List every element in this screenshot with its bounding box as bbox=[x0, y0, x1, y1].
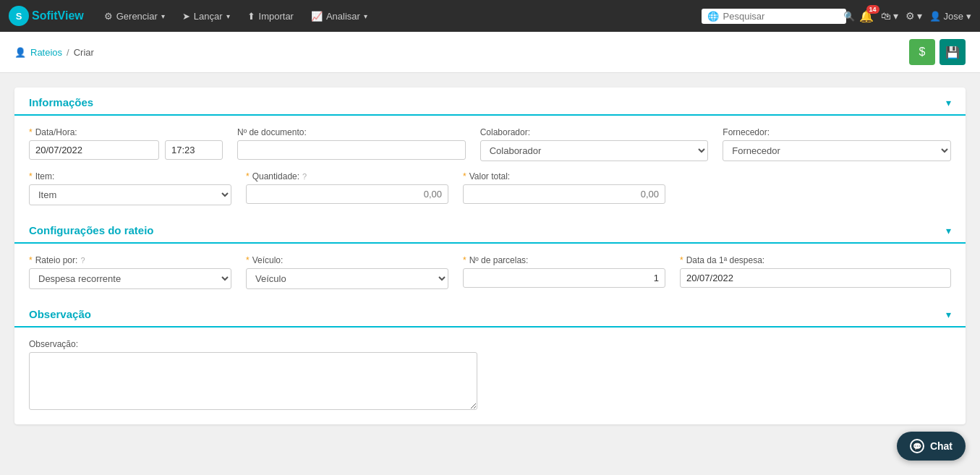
chart-icon: 📈 bbox=[311, 11, 323, 22]
veiculo-select[interactable]: Veículo bbox=[246, 268, 448, 289]
fornecedor-select[interactable]: Fornecedor bbox=[723, 140, 951, 161]
colaborador-select[interactable]: Colaborador bbox=[480, 140, 709, 161]
help-icon[interactable]: ? bbox=[302, 172, 307, 181]
configuracoes-section-header: Configurações do rateio ▾ bbox=[14, 215, 966, 244]
configuracoes-toggle[interactable]: ▾ bbox=[946, 225, 951, 236]
dollar-button[interactable]: $ bbox=[909, 39, 935, 65]
data-primeira-group: * Data da 1ª despesa: bbox=[680, 255, 951, 288]
rateio-por-label: * Rateio por: ? bbox=[29, 255, 231, 265]
valor-total-label: * Valor total: bbox=[463, 171, 665, 181]
search-icon[interactable]: 🔍 bbox=[843, 11, 855, 22]
chevron-down-icon: ▾ bbox=[893, 10, 898, 22]
nav-actions: 🔔 14 🛍 ▾ ⚙ ▾ 👤 Jose ▾ bbox=[859, 9, 971, 23]
rateio-por-group: * Rateio por: ? Despesa recorrente bbox=[29, 255, 231, 289]
informacoes-toggle[interactable]: ▾ bbox=[946, 97, 951, 108]
toolbar-actions: $ 💾 bbox=[909, 39, 966, 65]
data-input[interactable] bbox=[29, 140, 159, 160]
gear-icon: ⚙ bbox=[104, 11, 113, 22]
rateio-por-select[interactable]: Despesa recorrente bbox=[29, 268, 231, 289]
globe-icon: 🌐 bbox=[707, 11, 719, 22]
informacoes-row2: * Item: Item * Quantidade: ? bbox=[29, 171, 951, 205]
observacao-textarea[interactable] bbox=[29, 352, 477, 410]
chevron-down-icon: ▾ bbox=[917, 10, 922, 22]
valor-total-group: * Valor total: bbox=[463, 171, 665, 204]
data-hora-group: * Data/Hora: bbox=[29, 127, 223, 160]
chat-bubble-icon: 💬 bbox=[910, 439, 924, 453]
user-icon: 👤 bbox=[929, 11, 941, 22]
shopping-bag-button[interactable]: 🛍 ▾ bbox=[881, 10, 898, 22]
notifications-bell[interactable]: 🔔 14 bbox=[859, 9, 874, 23]
data-primeira-input[interactable] bbox=[680, 268, 951, 288]
configuracoes-form: * Rateio por: ? Despesa recorrente * Veí… bbox=[14, 244, 966, 289]
item-label: * Item: bbox=[29, 171, 231, 181]
observacao-section-header: Observação ▾ bbox=[14, 299, 966, 328]
colaborador-group: Colaborador: Colaborador bbox=[480, 127, 709, 161]
brand-icon: S bbox=[9, 6, 29, 26]
veiculo-label: * Veículo: bbox=[246, 255, 448, 265]
quantidade-input[interactable] bbox=[246, 184, 448, 204]
observacao-label: Observação: bbox=[29, 339, 477, 349]
chat-button[interactable]: 💬 Chat bbox=[897, 432, 966, 453]
chat-label: Chat bbox=[930, 440, 953, 452]
hora-input[interactable] bbox=[165, 140, 223, 160]
breadcrumb-current: Criar bbox=[74, 47, 94, 58]
informacoes-form: * Data/Hora: Nº de documento: bbox=[14, 116, 966, 205]
arrow-icon: ➤ bbox=[182, 11, 190, 22]
breadcrumb-bar: 👤 Rateios / Criar $ 💾 bbox=[0, 32, 980, 73]
data-hora-label: * Data/Hora: bbox=[29, 127, 223, 137]
settings-button[interactable]: ⚙ ▾ bbox=[906, 10, 922, 22]
breadcrumb-separator: / bbox=[67, 47, 69, 58]
user-menu[interactable]: 👤 Jose ▾ bbox=[929, 11, 971, 22]
nr-documento-group: Nº de documento: bbox=[237, 127, 466, 160]
nav-gerenciar[interactable]: ⚙ Gerenciar ▾ bbox=[97, 7, 172, 26]
help-icon[interactable]: ? bbox=[80, 256, 85, 265]
observacao-group: Observação: bbox=[29, 339, 477, 410]
item-group: * Item: Item bbox=[29, 171, 231, 205]
veiculo-group: * Veículo: Veículo bbox=[246, 255, 448, 289]
nr-documento-input[interactable] bbox=[237, 140, 466, 160]
form-card: Informações ▾ * Data/Hora: bbox=[14, 87, 966, 424]
configuracoes-title: Configurações do rateio bbox=[29, 224, 154, 236]
brand-name: SofitView bbox=[32, 9, 84, 22]
nav-analisar[interactable]: 📈 Analisar ▾ bbox=[304, 7, 375, 26]
search-bar: 🌐 🔍 bbox=[702, 9, 846, 24]
observacao-form: Observação: bbox=[14, 328, 966, 410]
user-icon-small: 👤 bbox=[14, 47, 26, 58]
main-content: Informações ▾ * Data/Hora: bbox=[0, 73, 980, 453]
chevron-down-icon: ▾ bbox=[226, 12, 230, 20]
item-select[interactable]: Item bbox=[29, 184, 231, 205]
search-input[interactable] bbox=[723, 11, 839, 22]
fornecedor-group: Fornecedor: Fornecedor bbox=[723, 127, 951, 161]
configuracoes-row1: * Rateio por: ? Despesa recorrente * Veí… bbox=[29, 255, 951, 289]
colaborador-label: Colaborador: bbox=[480, 127, 709, 137]
chevron-down-icon: ▾ bbox=[161, 12, 165, 20]
fornecedor-label: Fornecedor: bbox=[723, 127, 951, 137]
observacao-title: Observação bbox=[29, 308, 91, 320]
quantidade-label: * Quantidade: ? bbox=[246, 171, 448, 181]
nr-documento-label: Nº de documento: bbox=[237, 127, 466, 137]
data-hora-inputs bbox=[29, 140, 223, 160]
notifications-badge: 14 bbox=[866, 5, 879, 14]
breadcrumb-link[interactable]: Rateios bbox=[30, 47, 62, 58]
save-button[interactable]: 💾 bbox=[939, 39, 966, 65]
chevron-down-icon: ▾ bbox=[364, 12, 367, 20]
nr-parcelas-label: * Nº de parcelas: bbox=[463, 255, 665, 265]
observacao-toggle[interactable]: ▾ bbox=[946, 309, 951, 320]
nr-parcelas-input[interactable] bbox=[463, 268, 665, 288]
navbar: S SofitView ⚙ Gerenciar ▾ ➤ Lançar ▾ ⬆ I… bbox=[0, 0, 980, 32]
informacoes-row1: * Data/Hora: Nº de documento: bbox=[29, 127, 951, 161]
data-primeira-label: * Data da 1ª despesa: bbox=[680, 255, 951, 265]
nav-lancar[interactable]: ➤ Lançar ▾ bbox=[175, 7, 237, 26]
import-icon: ⬆ bbox=[247, 11, 255, 22]
nav-menu: ⚙ Gerenciar ▾ ➤ Lançar ▾ ⬆ Importar 📈 An… bbox=[97, 7, 696, 26]
breadcrumb: 👤 Rateios / Criar bbox=[14, 47, 94, 58]
brand: S SofitView bbox=[9, 6, 84, 26]
informacoes-section-header: Informações ▾ bbox=[14, 87, 966, 116]
valor-total-input[interactable] bbox=[463, 184, 665, 204]
nr-parcelas-group: * Nº de parcelas: bbox=[463, 255, 665, 288]
chevron-down-icon: ▾ bbox=[966, 11, 971, 22]
nav-importar[interactable]: ⬆ Importar bbox=[240, 7, 301, 26]
informacoes-title: Informações bbox=[29, 96, 93, 108]
quantidade-group: * Quantidade: ? bbox=[246, 171, 448, 204]
